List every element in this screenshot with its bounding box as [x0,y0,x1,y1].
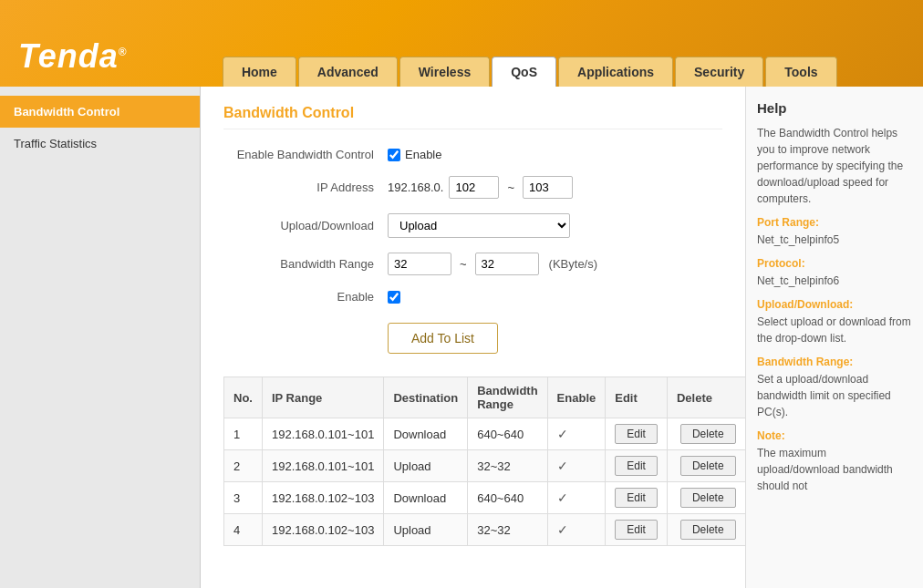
enable-label: Enable Bandwidth Control [223,148,388,161]
enable-checkbox[interactable] [388,149,400,161]
sidebar-item-traffic-statistics[interactable]: Traffic Statistics [0,128,200,160]
nav-wireless[interactable]: Wireless [399,57,490,87]
upload-download-control: Upload Download [388,213,570,238]
cell-edit: Edit [606,450,668,482]
nav-applications[interactable]: Applications [558,57,673,87]
table-row: 1 192.168.0.101~101 Download 640~640 ✓ E… [224,418,746,450]
cell-enable: ✓ [547,450,606,482]
delete-button[interactable]: Delete [680,424,736,444]
page-title: Bandwidth Control [223,105,722,129]
nav-tools[interactable]: Tools [765,57,836,87]
ip-tilde: ~ [507,181,514,194]
nav-advanced[interactable]: Advanced [298,57,398,87]
sidebar: Bandwidth Control Traffic Statistics [0,87,201,588]
cell-bandwidth-range: 640~640 [468,418,547,450]
edit-button[interactable]: Edit [615,520,658,540]
col-destination: Destination [384,377,468,418]
cell-bandwidth-range: 32~32 [468,450,547,482]
ip-prefix: 192.168.0. [388,181,443,194]
kbyte-unit: (KByte/s) [549,257,597,271]
help-port-range-title: Port Range: [757,216,912,229]
logo: Tenda® [18,37,128,76]
delete-button[interactable]: Delete [680,456,736,476]
ip-label: IP Address [223,181,388,194]
form-row-upload-download: Upload/Download Upload Download [223,213,722,238]
help-note-text: The maximum upload/download bandwidth sh… [757,445,912,494]
main-nav: Home Advanced Wireless QoS Applications … [155,57,905,87]
cell-ip-range: 192.168.0.101~101 [262,450,383,482]
main-area: Bandwidth Control Traffic Statistics Ban… [0,87,923,588]
help-port-range-text: Net_tc_helpinfo5 [757,232,912,248]
help-bandwidth-range-title: Bandwidth Range: [757,356,912,368]
upload-download-select[interactable]: Upload Download [388,213,570,238]
help-main-text: The Bandwidth Control helps you to impro… [757,125,912,207]
cell-delete: Delete [667,482,745,514]
enable-row-control [388,291,400,304]
col-no: No. [224,377,263,418]
upload-download-label: Upload/Download [223,219,388,232]
table-row: 4 192.168.0.102~103 Upload 32~32 ✓ Edit … [224,514,746,546]
cell-no: 1 [224,418,263,450]
enable-row-checkbox[interactable] [388,291,400,304]
help-panel: Help The Bandwidth Control helps you to … [745,87,923,588]
cell-no: 3 [224,482,263,514]
col-edit: Edit [606,377,668,418]
nav-qos[interactable]: QoS [492,57,556,87]
cell-destination: Upload [384,514,468,546]
cell-ip-range: 192.168.0.101~101 [262,418,383,450]
bandwidth-label: Bandwidth Range [223,257,388,271]
form-row-ip: IP Address 192.168.0. ~ [223,176,722,199]
bandwidth-tilde: ~ [460,257,467,271]
help-bandwidth-range-text: Set a upload/download bandwidth limit on… [757,371,912,420]
enable-control: Enable [388,148,441,161]
header: Tenda® Home Advanced Wireless QoS Applic… [0,0,923,87]
help-title: Help [757,100,912,116]
cell-enable: ✓ [547,418,606,450]
cell-destination: Upload [384,450,468,482]
cell-no: 4 [224,514,263,546]
delete-button[interactable]: Delete [680,520,736,540]
cell-edit: Edit [606,418,668,450]
cell-edit: Edit [606,482,668,514]
enable-checkbox-label[interactable]: Enable [388,148,441,161]
bandwidth-from-input[interactable] [388,253,451,275]
cell-ip-range: 192.168.0.102~103 [262,482,383,514]
ip-to-input[interactable] [523,176,573,199]
form-row-enable: Enable Bandwidth Control Enable [223,148,722,161]
help-upload-download-text: Select upload or download from the drop-… [757,314,912,346]
cell-destination: Download [384,418,468,450]
bandwidth-table: No. IP Range Destination Bandwidth Range… [223,377,745,546]
add-to-list-button[interactable]: Add To List [388,323,498,354]
cell-no: 2 [224,450,263,482]
table-row: 3 192.168.0.102~103 Download 640~640 ✓ E… [224,482,746,514]
nav-security[interactable]: Security [675,57,763,87]
cell-enable: ✓ [547,514,606,546]
delete-button[interactable]: Delete [680,488,736,508]
cell-ip-range: 192.168.0.102~103 [262,514,383,546]
help-protocol-title: Protocol: [757,257,912,270]
col-delete: Delete [667,377,745,418]
help-note-title: Note: [757,429,912,442]
ip-from-input[interactable] [449,176,499,199]
sidebar-item-bandwidth-control[interactable]: Bandwidth Control [0,96,200,128]
nav-home[interactable]: Home [223,57,296,87]
col-enable: Enable [547,377,606,418]
help-upload-download-title: Upload/Download: [757,298,912,311]
cell-delete: Delete [667,418,745,450]
cell-bandwidth-range: 640~640 [468,482,547,514]
content-panel: Bandwidth Control Enable Bandwidth Contr… [201,87,745,588]
cell-enable: ✓ [547,482,606,514]
cell-delete: Delete [667,514,745,546]
bandwidth-to-input[interactable] [475,253,539,275]
help-protocol-text: Net_tc_helpinfo6 [757,273,912,289]
enable-text: Enable [405,148,441,161]
cell-delete: Delete [667,450,745,482]
cell-destination: Download [384,482,468,514]
edit-button[interactable]: Edit [615,488,658,508]
edit-button[interactable]: Edit [615,424,658,444]
col-bandwidth-range: Bandwidth Range [468,377,547,418]
enable-row-label: Enable [223,290,388,304]
table-row: 2 192.168.0.101~101 Upload 32~32 ✓ Edit … [224,450,746,482]
ip-control: 192.168.0. ~ [388,176,573,199]
edit-button[interactable]: Edit [615,456,658,476]
